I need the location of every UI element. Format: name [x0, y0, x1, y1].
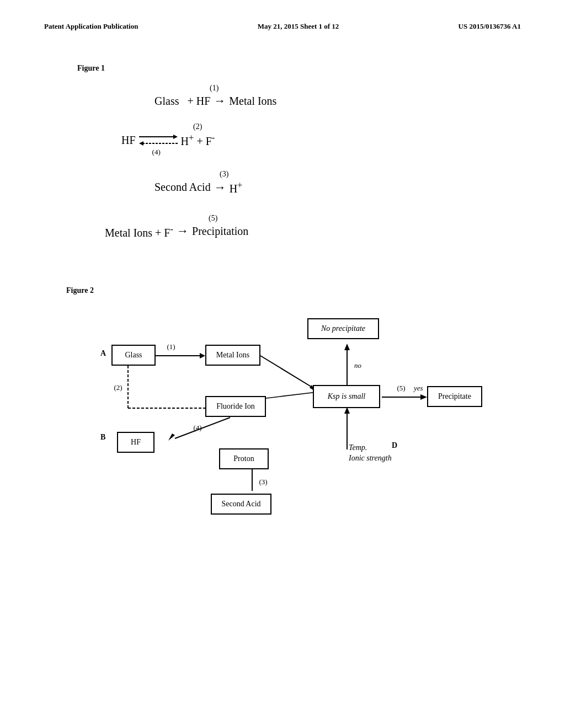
- svg-line-22: [175, 417, 230, 438]
- label-A: A: [100, 349, 106, 358]
- svg-text:(1): (1): [167, 342, 175, 351]
- eq2-line: HF (4) H+ + F-: [121, 132, 215, 148]
- box-no-precipitate: No precipitate: [307, 318, 379, 339]
- eq1-right: Metal Ions: [229, 95, 276, 108]
- svg-marker-23: [168, 433, 175, 441]
- box-temp: Temp.Ionic strength: [349, 443, 392, 463]
- eq2-left: HF: [121, 134, 136, 147]
- eq3-line: Second Acid → H+: [154, 180, 243, 195]
- figure2-label: Figure 2: [66, 286, 521, 295]
- box-glass: Glass: [111, 345, 156, 366]
- eq5-number: (5): [209, 214, 248, 223]
- figure2: Figure 2 (1) (2): [44, 286, 521, 538]
- eq5-line: Metal Ions + F- → Precipitation: [105, 224, 248, 239]
- eq1-arrow: →: [214, 94, 226, 108]
- label-D: D: [392, 441, 397, 450]
- eq2-number: (2): [193, 122, 215, 131]
- box-hf: HF: [117, 432, 154, 453]
- eq2-sub-number: (4): [152, 148, 161, 157]
- figure1-equations: (1) Glass + HF → Metal Ions (2) HF: [154, 84, 521, 253]
- header-left: Patent Application Publication: [44, 22, 138, 31]
- eq5-right: Precipitation: [192, 225, 248, 238]
- label-B: B: [100, 433, 105, 442]
- eq1-line: Glass + HF → Metal Ions: [154, 94, 276, 108]
- svg-text:(5): (5): [397, 384, 405, 392]
- eq2-arrows: (4): [139, 132, 178, 148]
- figure1: Figure 1 (1) Glass + HF → Metal Ions (2)…: [44, 64, 521, 253]
- equation-2: (2) HF (4): [121, 122, 215, 150]
- figure1-label: Figure 1: [77, 64, 521, 73]
- svg-marker-1: [173, 135, 178, 139]
- diagram-svg: (1) (2) (5) yes: [89, 306, 498, 538]
- eq2-arrow-svg: [139, 132, 178, 148]
- eq1-left: Glass + HF: [154, 95, 210, 108]
- svg-text:no: no: [354, 361, 362, 370]
- box-proton: Proton: [219, 448, 269, 469]
- eq5-left: Metal Ions + F-: [105, 224, 173, 239]
- eq3-arrow: →: [214, 180, 226, 195]
- eq5-arrow: →: [177, 224, 189, 238]
- svg-marker-5: [200, 353, 205, 358]
- eq3-number: (3): [220, 170, 243, 179]
- equation-5: (5) Metal Ions + F- → Precipitation: [105, 214, 248, 242]
- svg-marker-14: [420, 394, 427, 400]
- eq2-right: H+ + F-: [181, 132, 215, 148]
- header-middle: May 21, 2015 Sheet 1 of 12: [258, 22, 339, 31]
- box-metal-ions: Metal Ions: [205, 345, 260, 366]
- equation-3: (3) Second Acid → H+: [154, 170, 243, 197]
- eq3-right: H+: [230, 180, 243, 195]
- diagram-area: (1) (2) (5) yes: [89, 306, 498, 538]
- box-fluoride-ion: Fluoride Ion: [205, 396, 266, 417]
- svg-text:(2): (2): [114, 383, 122, 392]
- svg-marker-3: [139, 141, 143, 146]
- svg-marker-17: [344, 344, 350, 350]
- page: Patent Application Publication May 21, 2…: [0, 0, 565, 728]
- page-header: Patent Application Publication May 21, 2…: [44, 22, 521, 31]
- eq1-number: (1): [210, 84, 276, 93]
- eq3-left: Second Acid: [154, 181, 211, 194]
- svg-text:(4): (4): [193, 424, 201, 432]
- header-right: US 2015/0136736 A1: [459, 22, 521, 31]
- box-precipitate: Precipitate: [427, 386, 482, 407]
- equation-1: (1) Glass + HF → Metal Ions: [154, 84, 276, 110]
- svg-line-11: [260, 356, 313, 388]
- svg-text:yes: yes: [413, 384, 423, 392]
- svg-text:(3): (3): [259, 478, 267, 486]
- box-ksp: Ksp is small: [313, 385, 380, 408]
- box-second-acid: Second Acid: [211, 494, 271, 515]
